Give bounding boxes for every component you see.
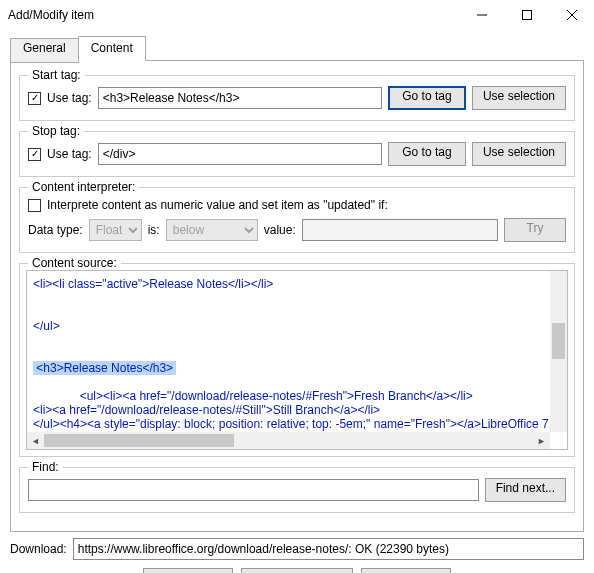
cancel-button[interactable]: Cancel	[361, 568, 451, 573]
stop-tag-use-label: Use tag:	[47, 147, 92, 161]
stop-tag-group: Stop tag: ✓ Use tag: Go to tag Use selec…	[19, 131, 575, 177]
interpreter-legend: Content interpreter:	[28, 180, 139, 194]
is-label: is:	[148, 223, 160, 237]
horizontal-scrollbar[interactable]: ◄ ►	[27, 432, 550, 449]
ok-keep-guid-button[interactable]: OK (Keep GUID)	[241, 568, 353, 573]
content-source-text: <li><li class="active">Release Notes</li…	[27, 271, 550, 432]
stop-tag-legend: Stop tag:	[28, 124, 84, 138]
titlebar: Add/Modify item	[0, 0, 594, 30]
stop-tag-go-button[interactable]: Go to tag	[388, 142, 466, 166]
start-tag-input[interactable]	[98, 87, 382, 109]
content-source-group: Content source: <li><li class="active">R…	[19, 263, 575, 457]
start-tag-legend: Start tag:	[28, 68, 85, 82]
vertical-scrollbar[interactable]	[550, 271, 567, 432]
find-next-button[interactable]: Find next...	[485, 478, 566, 502]
ok-button[interactable]: OK	[143, 568, 233, 573]
data-type-label: Data type:	[28, 223, 83, 237]
tab-general[interactable]: General	[10, 38, 79, 63]
tab-panel-content: Start tag: ✓ Use tag: Go to tag Use sele…	[10, 60, 584, 532]
dialog-buttons: OK OK (Keep GUID) Cancel	[10, 568, 584, 573]
value-input	[302, 219, 498, 241]
svg-rect-1	[522, 11, 531, 20]
find-legend: Find:	[28, 460, 63, 474]
value-label: value:	[264, 223, 296, 237]
tab-bar: General Content	[10, 36, 584, 61]
is-select[interactable]: below	[166, 219, 258, 241]
download-label: Download:	[10, 542, 67, 556]
maximize-button[interactable]	[504, 0, 549, 30]
stop-tag-use-checkbox[interactable]: ✓	[28, 148, 41, 161]
scroll-left-icon[interactable]: ◄	[27, 432, 44, 449]
interpreter-group: Content interpreter: Interprete content …	[19, 187, 575, 253]
start-tag-use-checkbox[interactable]: ✓	[28, 92, 41, 105]
scroll-right-icon[interactable]: ►	[533, 432, 550, 449]
data-type-select[interactable]: Float	[89, 219, 142, 241]
find-group: Find: Find next...	[19, 467, 575, 513]
start-tag-group: Start tag: ✓ Use tag: Go to tag Use sele…	[19, 75, 575, 121]
start-tag-use-label: Use tag:	[47, 91, 92, 105]
content-source-legend: Content source:	[28, 256, 121, 270]
interpreter-checkbox[interactable]	[28, 199, 41, 212]
minimize-button[interactable]	[459, 0, 504, 30]
tab-content[interactable]: Content	[78, 36, 146, 61]
content-source-box[interactable]: <li><li class="active">Release Notes</li…	[26, 270, 568, 450]
stop-tag-use-selection-button[interactable]: Use selection	[472, 142, 566, 166]
close-button[interactable]	[549, 0, 594, 30]
stop-tag-input[interactable]	[98, 143, 382, 165]
try-button: Try	[504, 218, 566, 242]
download-input[interactable]	[73, 538, 584, 560]
start-tag-use-selection-button[interactable]: Use selection	[472, 86, 566, 110]
window-title: Add/Modify item	[8, 8, 459, 22]
find-input[interactable]	[28, 479, 479, 501]
start-tag-go-button[interactable]: Go to tag	[388, 86, 466, 110]
interpreter-checkbox-label: Interprete content as numeric value and …	[47, 198, 388, 212]
